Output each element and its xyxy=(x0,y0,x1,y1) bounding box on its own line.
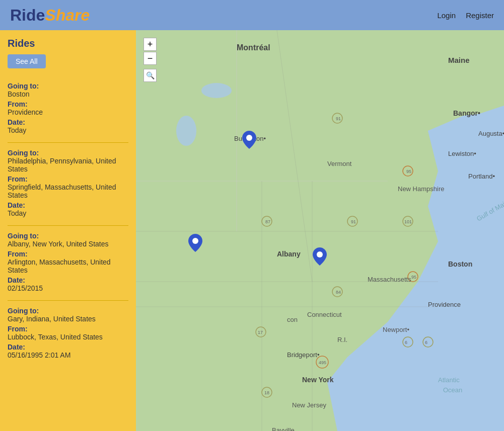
from-label-3: From: xyxy=(8,325,128,333)
rides-list: Going to: Boston From: Providence Date: … xyxy=(8,76,128,367)
svg-text:495: 495 xyxy=(319,360,326,365)
date-value-3: 05/16/1995 2:01 AM xyxy=(8,351,128,359)
svg-text:Newport•: Newport• xyxy=(383,326,409,333)
svg-text:Ocean: Ocean xyxy=(443,386,462,394)
date-label-2: Date: xyxy=(8,276,128,284)
map-svg: 91 87 91 101 95 95 84 6 6 17 18 495 xyxy=(136,30,504,431)
ride-entry-1[interactable]: Going to: Philadelphia, Pennsylvania, Un… xyxy=(8,143,128,226)
main-content: Rides See All Going to: Boston From: Pro… xyxy=(0,30,504,431)
svg-text:84: 84 xyxy=(336,290,341,295)
svg-text:New York: New York xyxy=(302,376,334,384)
from-value-2: Arlington, Massachusetts, United States xyxy=(8,258,128,274)
svg-text:18: 18 xyxy=(264,390,269,395)
ride-entry-3[interactable]: Going to: Gary, Indiana, United States F… xyxy=(8,301,128,367)
map-pin-1[interactable] xyxy=(242,131,256,151)
svg-text:17: 17 xyxy=(258,330,263,335)
ride-entry-2[interactable]: Going to: Albany, New York, United State… xyxy=(8,226,128,301)
from-label-1: From: xyxy=(8,175,128,183)
svg-text:95: 95 xyxy=(411,275,416,280)
svg-text:Albany: Albany xyxy=(277,250,301,258)
svg-text:Vermont: Vermont xyxy=(327,160,352,167)
map-pin-2[interactable] xyxy=(188,234,202,254)
map-pin-3[interactable] xyxy=(313,247,327,268)
going-to-value-0: Boston xyxy=(8,90,128,98)
svg-point-5 xyxy=(201,83,232,98)
going-to-label-1: Going to: xyxy=(8,149,128,157)
date-label-0: Date: xyxy=(8,118,128,126)
svg-text:Boston: Boston xyxy=(448,260,472,268)
date-label-3: Date: xyxy=(8,343,128,351)
svg-text:Atlantic: Atlantic xyxy=(438,376,460,384)
going-to-value-2: Albany, New York, United States xyxy=(8,240,128,248)
svg-text:Massachusetts: Massachusetts xyxy=(368,276,411,283)
svg-text:6: 6 xyxy=(425,340,427,345)
svg-point-67 xyxy=(317,251,323,257)
map-controls: + − 🔍 xyxy=(143,38,157,82)
svg-text:Bangor•: Bangor• xyxy=(453,109,480,117)
svg-text:Providence: Providence xyxy=(428,301,461,308)
from-label-0: From: xyxy=(8,100,128,108)
going-to-value-3: Gary, Indiana, United States xyxy=(8,315,128,323)
svg-text:Connecticut: Connecticut xyxy=(307,311,342,318)
sidebar-title: Rides xyxy=(8,38,128,49)
svg-text:91: 91 xyxy=(336,116,341,121)
sidebar: Rides See All Going to: Boston From: Pro… xyxy=(0,30,136,431)
from-value-0: Providence xyxy=(8,108,128,116)
svg-point-6 xyxy=(176,116,196,146)
date-value-1: Today xyxy=(8,209,128,217)
date-value-0: Today xyxy=(8,126,128,134)
svg-text:6: 6 xyxy=(405,340,407,345)
svg-text:91: 91 xyxy=(351,219,356,224)
search-icon: 🔍 xyxy=(146,71,155,79)
svg-text:Bridgeport•: Bridgeport• xyxy=(287,351,320,359)
svg-point-65 xyxy=(246,135,252,141)
svg-text:Portland•: Portland• xyxy=(468,173,495,180)
map-search-button[interactable]: 🔍 xyxy=(143,69,157,82)
going-to-label-0: Going to: xyxy=(8,82,128,90)
ride-entry-0[interactable]: Going to: Boston From: Providence Date: … xyxy=(8,76,128,143)
logo-ride: Ride xyxy=(10,6,45,24)
date-label-1: Date: xyxy=(8,201,128,209)
svg-text:Augusta•: Augusta• xyxy=(478,130,504,137)
svg-text:New Hampshire: New Hampshire xyxy=(398,185,444,193)
svg-text:101: 101 xyxy=(404,219,412,224)
date-value-2: 02/15/2015 xyxy=(8,284,128,292)
app-header: RideShare Login Register xyxy=(0,0,504,30)
register-link[interactable]: Register xyxy=(466,11,494,20)
svg-text:95: 95 xyxy=(406,169,411,174)
going-to-value-1: Philadelphia, Pennsylvania, United State… xyxy=(8,157,128,173)
zoom-in-button[interactable]: + xyxy=(143,38,157,51)
svg-text:Montréal: Montréal xyxy=(237,43,270,52)
zoom-out-button[interactable]: − xyxy=(143,52,157,65)
svg-text:New Jersey: New Jersey xyxy=(292,401,326,409)
svg-point-66 xyxy=(192,238,198,244)
logo: RideShare xyxy=(10,6,90,25)
svg-text:Lewiston•: Lewiston• xyxy=(448,150,476,157)
svg-text:87: 87 xyxy=(265,219,270,224)
from-label-2: From: xyxy=(8,250,128,258)
logo-share: Share xyxy=(45,6,90,24)
svg-text:R.I.: R.I. xyxy=(337,336,347,343)
map-container: 91 87 91 101 95 95 84 6 6 17 18 495 xyxy=(136,30,504,431)
header-nav: Login Register xyxy=(437,11,494,20)
going-to-label-2: Going to: xyxy=(8,232,128,240)
going-to-label-3: Going to: xyxy=(8,307,128,315)
svg-text:Maine: Maine xyxy=(448,56,470,64)
svg-text:Bayville: Bayville xyxy=(272,426,295,431)
login-link[interactable]: Login xyxy=(437,11,456,20)
see-all-button[interactable]: See All xyxy=(8,54,46,68)
from-value-3: Lubbock, Texas, United States xyxy=(8,333,128,341)
from-value-1: Springfield, Massachusetts, United State… xyxy=(8,183,128,199)
svg-text:con: con xyxy=(287,316,298,323)
